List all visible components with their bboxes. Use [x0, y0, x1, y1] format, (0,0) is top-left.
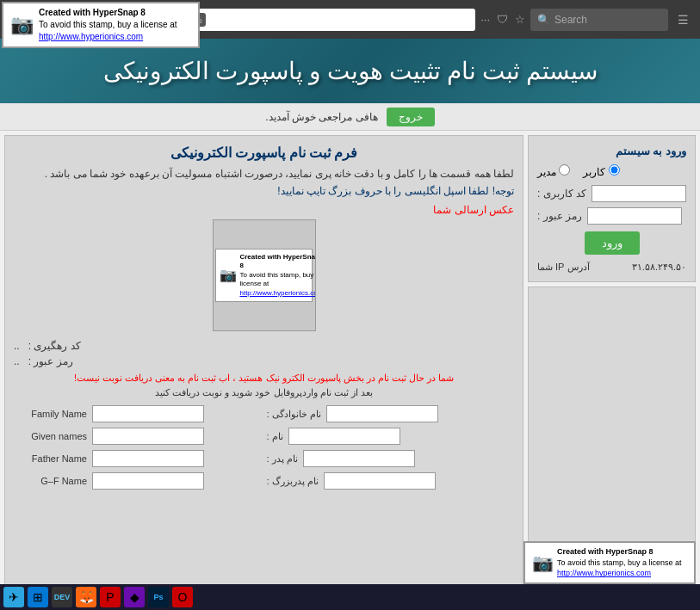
- star-icon[interactable]: ☆: [515, 13, 525, 26]
- password-row: رمز عبور : ..: [14, 355, 514, 367]
- given-names-fa-input[interactable]: [288, 428, 400, 445]
- taskbar-opera[interactable]: O: [172, 587, 193, 607]
- shield-icon: 🛡: [497, 13, 508, 26]
- hypersnap-stamp-bottom: 📷 Created with HyperSnap 8 To avoid this…: [523, 541, 696, 584]
- taskbar-dev[interactable]: DEV: [52, 587, 72, 607]
- form-title: فرم ثبت نام پاسپورت الکترونیکی: [14, 145, 514, 161]
- gf-name-fa-row: نام پدربزرگ :: [267, 472, 515, 490]
- family-name-fa-row: نام خانوادگی :: [267, 405, 515, 422]
- logout-button[interactable]: خروج: [387, 108, 435, 126]
- given-names-en-input[interactable]: [92, 428, 204, 445]
- given-names-en-row: Given names: [14, 428, 262, 445]
- user-radio-label[interactable]: کاربر: [583, 164, 619, 178]
- tracking-row: کد رهگیری : ..: [14, 340, 514, 352]
- menu-button[interactable]: ☰: [673, 11, 693, 28]
- right-panel: ورود به سیستم کاربر مدیر کد کاربری :: [528, 135, 696, 606]
- user-radio[interactable]: [609, 164, 620, 176]
- gf-name-en-row: G–F Name: [14, 472, 262, 490]
- taskbar: ✈ ⊞ DEV 🦊 P ◆ Ps O: [0, 584, 700, 610]
- photo-upload-box[interactable]: 📷 Created with HyperSnap 8 To avoid this…: [213, 219, 316, 331]
- main-layout: فرم ثبت نام پاسپورت الکترونیکی لطفا همه …: [0, 131, 700, 610]
- inner-stamp: 📷 Created with HyperSnap 8 To avoid this…: [215, 249, 312, 302]
- taskbar-app-purple[interactable]: ◆: [124, 587, 145, 607]
- form-instruction: لطفا همه قسمت ها را کامل و با دقت خانه پ…: [14, 168, 514, 180]
- father-name-fa-label: نام پدر :: [267, 453, 298, 465]
- username-field-row: کد کاربری :: [537, 185, 686, 202]
- tracking-label: کد رهگیری :: [28, 340, 81, 352]
- gf-name-fa-input[interactable]: [324, 472, 436, 490]
- family-name-en-label: Family Name: [14, 409, 87, 419]
- family-name-fa-input[interactable]: [326, 405, 438, 422]
- login-password-label: رمز عبور :: [537, 210, 582, 222]
- password-label: رمز عبور :: [28, 355, 73, 367]
- more-icon[interactable]: ···: [480, 13, 490, 26]
- tracking-value: ..: [14, 340, 20, 352]
- given-names-fa-label: نام :: [267, 431, 283, 442]
- welcome-bar: هافی مراجعی خوش آمدید. خروج: [0, 103, 700, 131]
- gf-name-en-label: G–F Name: [14, 476, 87, 486]
- login-title: ورود به سیستم: [537, 145, 686, 157]
- admin-radio[interactable]: [559, 164, 570, 176]
- search-placeholder: Search: [554, 14, 587, 26]
- login-box: ورود به سیستم کاربر مدیر کد کاربری :: [528, 135, 696, 282]
- password-value: ..: [14, 355, 20, 367]
- login-button[interactable]: ورود: [585, 231, 640, 255]
- inner-stamp-text: Created with HyperSnap 8 To avoid this s…: [239, 253, 315, 298]
- page-content: سیستم ثبت نام تثبیت هویت و پاسپورت الکتر…: [0, 39, 700, 610]
- username-input[interactable]: [592, 185, 686, 202]
- search-box[interactable]: 🔍 Search: [530, 9, 668, 31]
- login-radio-row: کاربر مدیر: [537, 164, 686, 178]
- family-name-fa-label: نام خانوادگی :: [267, 409, 321, 420]
- form-fields-grid: Family Name نام خانوادگی : Given names ن…: [14, 405, 514, 490]
- gf-name-en-input[interactable]: [92, 472, 204, 490]
- form-note: توجه! لطفا اسپل انگلیسی را با حروف بزرگ …: [14, 185, 514, 197]
- site-header: سیستم ثبت نام تثبیت هویت و پاسپورت الکتر…: [0, 39, 700, 103]
- taskbar-telegram[interactable]: ✈: [3, 587, 24, 607]
- info-text: بعد از ثبت نام واردپروفایل خود شوید و نو…: [14, 387, 514, 398]
- username-label: کد کاربری :: [537, 188, 586, 200]
- taskbar-windows[interactable]: ⊞: [28, 587, 48, 607]
- form-panel: فرم ثبت نام پاسپورت الکترونیکی لطفا همه …: [4, 135, 523, 606]
- welcome-text: هافی مراجعی خوش آمدید.: [265, 111, 377, 123]
- father-name-en-input[interactable]: [92, 450, 204, 467]
- family-name-en-row: Family Name: [14, 405, 262, 422]
- warning-text: شما در حال ثبت نام در بخش پاسپورت الکترو…: [14, 373, 514, 384]
- search-icon: 🔍: [537, 14, 550, 26]
- inner-camera-icon: 📷: [220, 267, 237, 283]
- father-name-fa-input[interactable]: [303, 450, 415, 467]
- bottom-stamp-text: Created with HyperSnap 8 To avoid this s…: [557, 546, 682, 579]
- gf-name-fa-label: نام پدربزرگ :: [267, 476, 319, 487]
- father-name-en-label: Father Name: [14, 453, 87, 464]
- browser-icons: ··· 🛡 ☆: [480, 13, 525, 26]
- taskbar-app-red[interactable]: P: [100, 587, 121, 607]
- taskbar-photoshop[interactable]: Ps: [148, 587, 169, 607]
- ip-row: ۳۱.۵۸.۲۴۹.۵۰ آدرس IP شما: [537, 262, 686, 273]
- stamp-text: Created with HyperSnap 8 To avoid this s…: [39, 7, 177, 43]
- camera-icon: 📷: [10, 14, 34, 36]
- family-name-en-input[interactable]: [92, 405, 204, 422]
- photo-label: عکس ارسالی شما: [14, 204, 514, 216]
- given-names-en-label: Given names: [14, 431, 87, 441]
- login-password-input[interactable]: [587, 207, 682, 225]
- father-name-fa-row: نام پدر :: [267, 450, 515, 467]
- given-names-fa-row: نام :: [267, 428, 515, 445]
- admin-radio-label[interactable]: مدیر: [537, 164, 570, 178]
- password-field-row: رمز عبور :: [537, 207, 686, 225]
- bottom-camera-icon: 📷: [532, 552, 554, 573]
- ip-label: آدرس IP شما: [537, 262, 590, 273]
- hypersnap-stamp-top: 📷 Created with HyperSnap 8 To avoid this…: [2, 2, 200, 48]
- ip-value: ۳۱.۵۸.۲۴۹.۵۰: [632, 262, 686, 273]
- father-name-en-row: Father Name: [14, 450, 262, 467]
- site-title: سیستم ثبت نام تثبیت هویت و پاسپورت الکتر…: [103, 57, 598, 85]
- taskbar-firefox[interactable]: 🦊: [76, 587, 96, 607]
